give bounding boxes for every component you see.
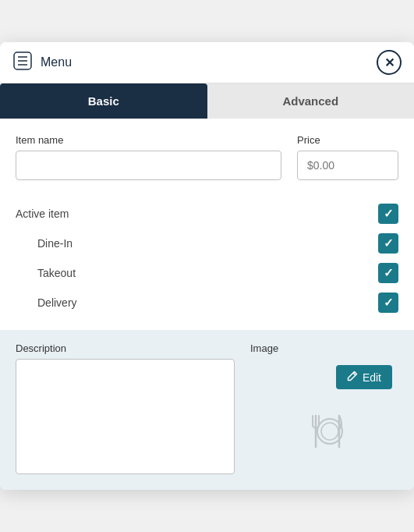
dine-in-row: Dine-In ✓	[16, 229, 398, 258]
takeout-checkbox-wrapper: ✓	[378, 263, 398, 283]
delivery-checkmark: ✓	[384, 296, 394, 310]
edit-image-button[interactable]: Edit	[336, 365, 392, 389]
takeout-checkbox[interactable]: ✓	[378, 263, 398, 283]
tabs-container: Basic Advanced	[0, 83, 414, 119]
active-item-checkbox[interactable]: ✓	[378, 204, 398, 224]
delivery-row: Delivery ✓	[16, 288, 398, 317]
active-item-label: Active item	[16, 207, 69, 220]
bottom-row: Description Image Edit	[16, 342, 398, 474]
takeout-checkmark: ✓	[384, 266, 394, 280]
dine-in-checkmark: ✓	[384, 236, 394, 250]
description-group: Description	[16, 342, 235, 474]
close-icon: ✕	[384, 55, 395, 70]
header-left: Menu	[12, 51, 72, 74]
active-item-row: Active item ✓	[16, 199, 398, 229]
dine-in-checkbox-wrapper: ✓	[378, 233, 398, 254]
takeout-label: Takeout	[16, 267, 76, 279]
price-label: Price	[297, 134, 398, 146]
form-row: Item name Price	[16, 134, 398, 180]
description-label: Description	[16, 342, 235, 354]
bottom-section: Description Image Edit	[0, 330, 414, 490]
modal-container: Menu ✕ Basic Advanced Item name Price Ac…	[0, 42, 414, 490]
price-input[interactable]	[297, 151, 398, 180]
modal-header: Menu ✕	[0, 42, 414, 83]
takeout-row: Takeout ✓	[16, 258, 398, 288]
edit-button-label: Edit	[363, 371, 381, 384]
plate-icon	[297, 404, 352, 462]
edit-icon	[347, 371, 358, 384]
image-label: Image	[250, 342, 398, 354]
delivery-checkbox-wrapper: ✓	[378, 293, 398, 313]
price-group: Price	[297, 134, 398, 180]
description-input[interactable]	[16, 359, 235, 474]
active-item-checkmark: ✓	[384, 207, 394, 221]
delivery-checkbox[interactable]: ✓	[378, 293, 398, 313]
delivery-label: Delivery	[16, 296, 77, 309]
form-section: Item name Price	[0, 119, 414, 193]
image-container: Edit	[250, 359, 398, 474]
item-name-input[interactable]	[16, 151, 281, 180]
image-group: Image Edit	[250, 342, 398, 474]
checkboxes-section: Active item ✓ Dine-In ✓ Takeout ✓	[0, 193, 414, 330]
svg-point-10	[321, 423, 338, 440]
active-item-checkbox-wrapper: ✓	[378, 204, 398, 224]
item-name-label: Item name	[16, 134, 281, 146]
dine-in-label: Dine-In	[16, 237, 73, 250]
tab-advanced[interactable]: Advanced	[207, 83, 415, 119]
close-button[interactable]: ✕	[377, 50, 402, 75]
item-name-group: Item name	[16, 134, 281, 180]
dine-in-checkbox[interactable]: ✓	[378, 233, 398, 254]
header-title: Menu	[41, 55, 72, 69]
tab-basic[interactable]: Basic	[0, 83, 207, 119]
menu-icon	[12, 51, 33, 74]
